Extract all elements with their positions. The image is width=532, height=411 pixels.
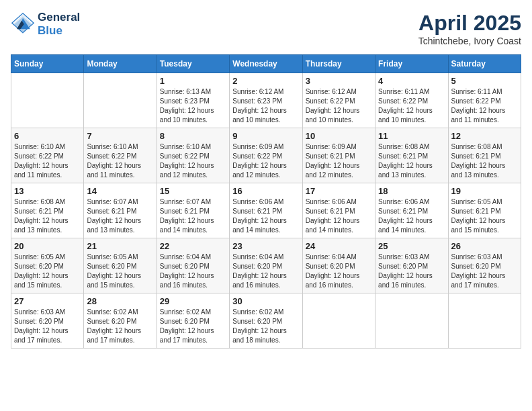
calendar-cell: 9Sunrise: 6:09 AM Sunset: 6:22 PM Daylig… (230, 128, 302, 183)
day-info: Sunrise: 6:12 AM Sunset: 6:22 PM Dayligh… (306, 87, 372, 125)
calendar-cell: 28Sunrise: 6:02 AM Sunset: 6:20 PM Dayli… (84, 293, 157, 349)
calendar-week-row: 13Sunrise: 6:08 AM Sunset: 6:21 PM Dayli… (11, 183, 521, 238)
day-number: 24 (306, 241, 372, 251)
day-info: Sunrise: 6:07 AM Sunset: 6:21 PM Dayligh… (160, 197, 226, 235)
calendar-cell (11, 73, 84, 128)
day-number: 17 (306, 186, 372, 196)
calendar-cell: 4Sunrise: 6:11 AM Sunset: 6:22 PM Daylig… (375, 73, 448, 128)
calendar-cell: 23Sunrise: 6:04 AM Sunset: 6:20 PM Dayli… (230, 238, 302, 293)
weekday-header: Saturday (448, 55, 521, 73)
calendar-week-row: 27Sunrise: 6:03 AM Sunset: 6:20 PM Dayli… (11, 293, 521, 349)
day-number: 11 (378, 131, 445, 141)
day-info: Sunrise: 6:06 AM Sunset: 6:21 PM Dayligh… (306, 197, 372, 235)
day-info: Sunrise: 6:13 AM Sunset: 6:23 PM Dayligh… (160, 87, 226, 125)
calendar-cell: 25Sunrise: 6:03 AM Sunset: 6:20 PM Dayli… (375, 238, 448, 293)
day-number: 22 (160, 241, 226, 251)
day-number: 20 (14, 241, 81, 251)
calendar-cell: 18Sunrise: 6:06 AM Sunset: 6:21 PM Dayli… (375, 183, 448, 238)
calendar-cell: 12Sunrise: 6:08 AM Sunset: 6:21 PM Dayli… (448, 128, 521, 183)
weekday-row: SundayMondayTuesdayWednesdayThursdayFrid… (11, 55, 521, 73)
day-info: Sunrise: 6:10 AM Sunset: 6:22 PM Dayligh… (87, 142, 153, 180)
calendar-cell (302, 293, 375, 349)
day-info: Sunrise: 6:11 AM Sunset: 6:22 PM Dayligh… (451, 87, 518, 125)
calendar-cell: 19Sunrise: 6:05 AM Sunset: 6:21 PM Dayli… (448, 183, 521, 238)
calendar-cell: 1Sunrise: 6:13 AM Sunset: 6:23 PM Daylig… (157, 73, 229, 128)
calendar-week-row: 6Sunrise: 6:10 AM Sunset: 6:22 PM Daylig… (11, 128, 521, 183)
day-number: 6 (14, 131, 81, 141)
logo-text: General Blue (38, 11, 80, 37)
day-info: Sunrise: 6:04 AM Sunset: 6:20 PM Dayligh… (232, 253, 299, 290)
day-info: Sunrise: 6:08 AM Sunset: 6:21 PM Dayligh… (14, 197, 81, 235)
day-info: Sunrise: 6:02 AM Sunset: 6:20 PM Dayligh… (160, 308, 226, 345)
calendar-header: SundayMondayTuesdayWednesdayThursdayFrid… (11, 55, 521, 73)
day-number: 26 (451, 241, 518, 251)
day-info: Sunrise: 6:09 AM Sunset: 6:22 PM Dayligh… (232, 142, 299, 180)
calendar-cell: 26Sunrise: 6:03 AM Sunset: 6:20 PM Dayli… (448, 238, 521, 293)
day-number: 29 (160, 296, 226, 306)
location: Tchintchebe, Ivory Coast (418, 36, 521, 46)
calendar-cell: 27Sunrise: 6:03 AM Sunset: 6:20 PM Dayli… (11, 293, 84, 349)
calendar-cell (375, 293, 448, 349)
day-number: 28 (87, 296, 153, 306)
calendar-cell: 8Sunrise: 6:10 AM Sunset: 6:22 PM Daylig… (157, 128, 229, 183)
day-info: Sunrise: 6:03 AM Sunset: 6:20 PM Dayligh… (14, 308, 81, 345)
day-number: 25 (378, 241, 445, 251)
day-number: 10 (306, 131, 372, 141)
day-number: 12 (451, 131, 518, 141)
weekday-header: Tuesday (157, 55, 229, 73)
day-info: Sunrise: 6:10 AM Sunset: 6:22 PM Dayligh… (14, 142, 81, 180)
day-number: 1 (160, 76, 226, 86)
day-info: Sunrise: 6:11 AM Sunset: 6:22 PM Dayligh… (378, 87, 445, 125)
day-number: 9 (232, 131, 299, 141)
day-number: 4 (378, 76, 445, 86)
calendar-cell: 17Sunrise: 6:06 AM Sunset: 6:21 PM Dayli… (302, 183, 375, 238)
calendar-cell (448, 293, 521, 349)
calendar-cell: 7Sunrise: 6:10 AM Sunset: 6:22 PM Daylig… (84, 128, 157, 183)
day-number: 15 (160, 186, 226, 196)
day-number: 21 (87, 241, 153, 251)
day-info: Sunrise: 6:04 AM Sunset: 6:20 PM Dayligh… (306, 253, 372, 290)
calendar-cell: 29Sunrise: 6:02 AM Sunset: 6:20 PM Dayli… (157, 293, 229, 349)
day-number: 5 (451, 76, 518, 86)
calendar-cell: 22Sunrise: 6:04 AM Sunset: 6:20 PM Dayli… (157, 238, 229, 293)
calendar-cell: 20Sunrise: 6:05 AM Sunset: 6:20 PM Dayli… (11, 238, 84, 293)
day-info: Sunrise: 6:02 AM Sunset: 6:20 PM Dayligh… (232, 308, 299, 345)
calendar-week-row: 20Sunrise: 6:05 AM Sunset: 6:20 PM Dayli… (11, 238, 521, 293)
weekday-header: Monday (84, 55, 157, 73)
day-number: 8 (160, 131, 226, 141)
day-info: Sunrise: 6:07 AM Sunset: 6:21 PM Dayligh… (87, 197, 153, 235)
calendar-cell: 15Sunrise: 6:07 AM Sunset: 6:21 PM Dayli… (157, 183, 229, 238)
day-info: Sunrise: 6:08 AM Sunset: 6:21 PM Dayligh… (451, 142, 518, 180)
calendar-cell: 3Sunrise: 6:12 AM Sunset: 6:22 PM Daylig… (302, 73, 375, 128)
calendar-body: 1Sunrise: 6:13 AM Sunset: 6:23 PM Daylig… (11, 73, 521, 349)
weekday-header: Thursday (302, 55, 375, 73)
calendar-cell: 30Sunrise: 6:02 AM Sunset: 6:20 PM Dayli… (230, 293, 302, 349)
day-info: Sunrise: 6:05 AM Sunset: 6:21 PM Dayligh… (451, 197, 518, 235)
calendar-cell: 2Sunrise: 6:12 AM Sunset: 6:23 PM Daylig… (230, 73, 302, 128)
day-number: 13 (14, 186, 81, 196)
day-info: Sunrise: 6:05 AM Sunset: 6:20 PM Dayligh… (87, 253, 153, 290)
calendar-cell: 16Sunrise: 6:06 AM Sunset: 6:21 PM Dayli… (230, 183, 302, 238)
logo-icon (11, 12, 35, 36)
day-info: Sunrise: 6:10 AM Sunset: 6:22 PM Dayligh… (160, 142, 226, 180)
weekday-header: Sunday (11, 55, 84, 73)
day-number: 7 (87, 131, 153, 141)
calendar-cell: 11Sunrise: 6:08 AM Sunset: 6:21 PM Dayli… (375, 128, 448, 183)
weekday-header: Friday (375, 55, 448, 73)
calendar-week-row: 1Sunrise: 6:13 AM Sunset: 6:23 PM Daylig… (11, 73, 521, 128)
calendar-cell: 5Sunrise: 6:11 AM Sunset: 6:22 PM Daylig… (448, 73, 521, 128)
day-number: 19 (451, 186, 518, 196)
day-number: 30 (232, 296, 299, 306)
day-info: Sunrise: 6:06 AM Sunset: 6:21 PM Dayligh… (378, 197, 445, 235)
day-info: Sunrise: 6:12 AM Sunset: 6:23 PM Dayligh… (232, 87, 299, 125)
day-number: 18 (378, 186, 445, 196)
month-title: April 2025 (418, 11, 521, 36)
calendar-cell: 21Sunrise: 6:05 AM Sunset: 6:20 PM Dayli… (84, 238, 157, 293)
day-info: Sunrise: 6:06 AM Sunset: 6:21 PM Dayligh… (232, 197, 299, 235)
weekday-header: Wednesday (230, 55, 302, 73)
day-number: 23 (232, 241, 299, 251)
logo: General Blue (11, 11, 80, 37)
calendar-table: SundayMondayTuesdayWednesdayThursdayFrid… (11, 54, 521, 349)
page-header: General Blue April 2025 Tchintchebe, Ivo… (11, 11, 521, 46)
calendar-cell (84, 73, 157, 128)
